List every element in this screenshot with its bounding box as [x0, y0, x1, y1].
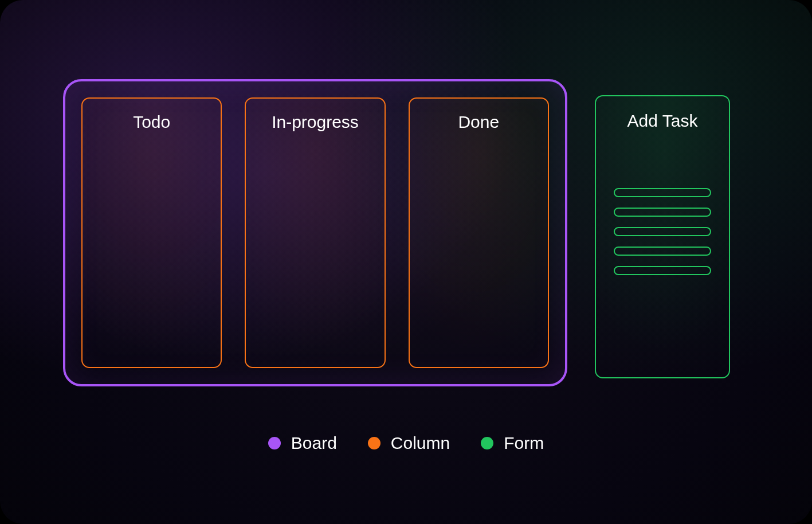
legend-dot-green-icon	[481, 437, 493, 449]
form-container: Add Task	[595, 95, 730, 378]
legend: Board Column Form	[0, 433, 812, 453]
legend-item-form: Form	[481, 433, 544, 453]
legend-dot-orange-icon	[368, 437, 380, 449]
form-field-placeholder	[614, 227, 711, 236]
column-todo: Todo	[81, 97, 222, 368]
form-field-placeholder	[614, 266, 711, 275]
column-done: Done	[409, 97, 549, 368]
form-field-placeholder	[614, 247, 711, 256]
board-container: Todo In-progress Done	[63, 79, 567, 386]
form-fields-group	[611, 188, 714, 275]
column-title-in-progress: In-progress	[246, 112, 384, 132]
form-title: Add Task	[611, 111, 714, 131]
form-field-placeholder	[614, 188, 711, 197]
column-in-progress: In-progress	[245, 97, 385, 368]
legend-item-column: Column	[368, 433, 450, 453]
legend-item-board: Board	[268, 433, 337, 453]
form-field-placeholder	[614, 208, 711, 217]
legend-label-column: Column	[391, 433, 450, 453]
column-title-done: Done	[410, 112, 548, 132]
legend-label-board: Board	[291, 433, 337, 453]
diagram-canvas: Todo In-progress Done Add Task Board Col…	[0, 0, 812, 524]
legend-label-form: Form	[504, 433, 544, 453]
legend-dot-purple-icon	[268, 437, 281, 449]
column-title-todo: Todo	[83, 112, 221, 132]
